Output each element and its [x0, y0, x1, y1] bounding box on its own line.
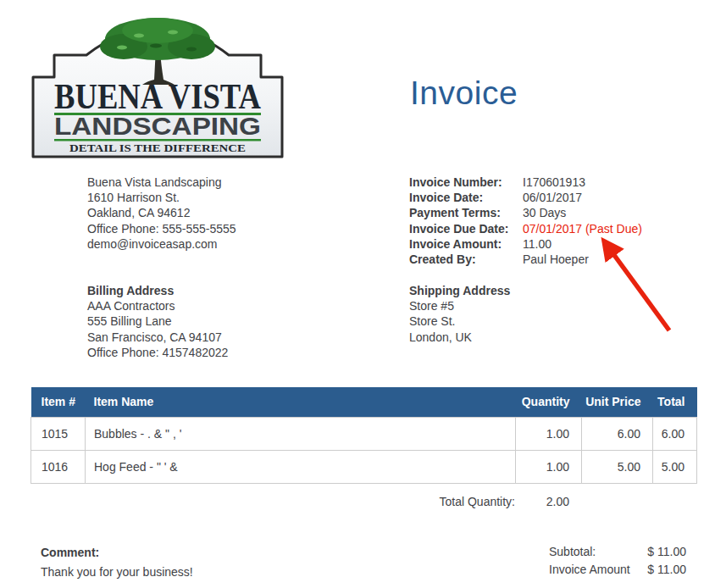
billing-address-heading: Billing Address: [87, 283, 228, 298]
company-logo: BUENA VISTA LANDSCAPING DETAIL IS THE DI…: [30, 10, 285, 161]
total-quantity-label: Total Quantity:: [85, 495, 515, 508]
company-street: 1610 Harrison St.: [87, 190, 236, 205]
col-header-total: Total: [653, 387, 697, 417]
invoice-amount-label: Invoice Amount:: [409, 236, 523, 252]
logo-name-top: BUENA VISTA: [54, 77, 262, 116]
payment-terms-row: Payment Terms: 30 Days: [409, 205, 642, 220]
invoice-amount-summary-label: Invoice Amount: [549, 561, 630, 579]
invoice-amount-value: 11.00: [523, 236, 551, 252]
quantity-cell: 1.00: [516, 417, 582, 450]
company-address: Buena Vista Landscaping 1610 Harrison St…: [87, 175, 236, 252]
company-city: Oakland, CA 94612: [87, 205, 236, 220]
item-number-cell: 1015: [31, 417, 86, 450]
logo-tagline: DETAIL IS THE DIFFERENCE: [69, 141, 246, 154]
company-email: demo@invoiceasap.com: [87, 236, 236, 252]
subtotal-label: Subtotal:: [549, 543, 596, 561]
billing-line: AAA Contractors: [87, 298, 228, 313]
shipping-line: Store #5: [409, 298, 510, 313]
total-cell: 6.00: [653, 417, 697, 450]
company-phone: Office Phone: 555-555-5555: [87, 221, 236, 236]
comment-heading: Comment:: [41, 546, 193, 559]
col-header-unit-price: Unit Price: [582, 387, 653, 417]
total-quantity-row: Total Quantity: 2.00: [30, 495, 696, 508]
payment-terms-label: Payment Terms:: [409, 205, 523, 220]
shipping-address-heading: Shipping Address: [409, 283, 510, 298]
table-header-row: Item # Item Name Quantity Unit Price Tot…: [31, 387, 697, 417]
invoice-page: BUENA VISTA LANDSCAPING DETAIL IS THE DI…: [0, 0, 715, 588]
col-header-quantity: Quantity: [516, 387, 582, 417]
logo-name-bottom: LANDSCAPING: [54, 112, 261, 140]
shipping-line: Store St.: [409, 313, 510, 329]
past-due-arrow-icon: [593, 230, 681, 337]
comment-text: Thank you for your business!: [41, 565, 193, 579]
invoice-date-label: Invoice Date:: [409, 190, 523, 205]
shipping-line: London, UK: [409, 330, 510, 345]
quantity-cell: 1.00: [516, 450, 582, 483]
unit-price-cell: 5.00: [582, 450, 653, 483]
invoice-date-value: 06/01/2017: [523, 190, 582, 205]
col-header-item-name: Item Name: [86, 387, 516, 417]
table-row: 1015 Bubbles - . & " , ' 1.00 6.00 6.00: [31, 417, 697, 450]
subtotal-value: $ 11.00: [647, 543, 686, 561]
comment-section: Comment: Thank you for your business!: [41, 546, 193, 579]
col-header-item-number: Item #: [31, 387, 86, 417]
invoice-date-row: Invoice Date: 06/01/2017: [409, 190, 642, 205]
page-title: Invoice: [410, 75, 518, 112]
invoice-number-value: I170601913: [523, 175, 585, 190]
item-name-cell: Hog Feed - " ' &: [86, 450, 516, 483]
invoice-number-row: Invoice Number: I170601913: [409, 175, 642, 190]
billing-line: San Francisco, CA 94107: [87, 330, 228, 345]
line-items-table: Item # Item Name Quantity Unit Price Tot…: [30, 387, 697, 484]
total-quantity-value: 2.00: [515, 495, 581, 508]
table-row: 1016 Hog Feed - " ' & 1.00 5.00 5.00: [31, 450, 697, 483]
unit-price-cell: 6.00: [582, 417, 653, 450]
logo-sign-graphic: BUENA VISTA LANDSCAPING DETAIL IS THE DI…: [30, 10, 285, 161]
total-cell: 5.00: [653, 450, 697, 483]
created-by-value: Paul Hoeper: [523, 252, 589, 267]
invoice-number-label: Invoice Number:: [409, 175, 523, 190]
created-by-label: Created By:: [409, 252, 523, 267]
item-name-cell: Bubbles - . & " , ': [86, 417, 516, 450]
company-name: Buena Vista Landscaping: [87, 175, 236, 190]
billing-line: 555 Billing Lane: [87, 313, 228, 329]
invoice-amount-summary-value: $ 11.00: [647, 561, 686, 579]
due-date-label: Invoice Due Date:: [409, 221, 523, 236]
subtotal-row: Subtotal: $ 11.00: [549, 543, 686, 561]
billing-address: Billing Address AAA Contractors 555 Bill…: [87, 283, 228, 360]
billing-line: Office Phone: 4157482022: [87, 345, 228, 360]
invoice-amount-summary-row: Invoice Amount $ 11.00: [549, 561, 686, 579]
shipping-address: Shipping Address Store #5 Store St. Lond…: [409, 283, 510, 345]
item-number-cell: 1016: [31, 450, 86, 483]
payment-terms-value: 30 Days: [523, 205, 566, 220]
invoice-summary: Subtotal: $ 11.00 Invoice Amount $ 11.00: [549, 543, 686, 579]
